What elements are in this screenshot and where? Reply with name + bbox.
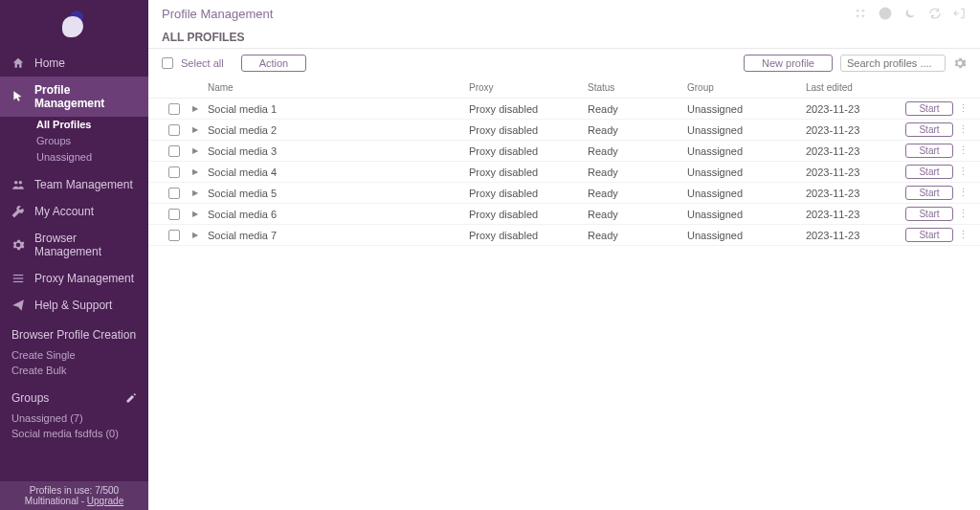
chevron-right-icon[interactable]: ▶ xyxy=(192,104,204,113)
row-checkbox[interactable] xyxy=(168,103,180,115)
select-all-checkbox[interactable] xyxy=(162,57,173,69)
more-icon[interactable]: ⋮ xyxy=(957,123,969,136)
chevron-right-icon[interactable]: ▶ xyxy=(192,146,204,155)
select-all-label[interactable]: Select all xyxy=(181,57,224,69)
col-group: Group xyxy=(687,82,802,93)
svg-rect-3 xyxy=(13,277,24,278)
more-icon[interactable]: ⋮ xyxy=(957,144,969,157)
more-icon[interactable]: ⋮ xyxy=(957,229,969,241)
col-name: Name xyxy=(208,82,465,93)
chevron-right-icon[interactable]: ▶ xyxy=(192,167,204,176)
sidebar-footer: Profiles in use: 7/500 Multinational - U… xyxy=(0,481,148,510)
svg-point-1 xyxy=(19,181,22,185)
wrench-icon xyxy=(11,205,25,218)
logout-icon[interactable] xyxy=(953,7,967,20)
row-checkbox[interactable] xyxy=(168,166,180,178)
topbar-icons xyxy=(854,7,967,20)
search-input[interactable] xyxy=(840,55,946,72)
moon-icon[interactable] xyxy=(903,7,917,20)
svg-rect-4 xyxy=(13,281,24,282)
refresh-icon[interactable] xyxy=(928,7,942,20)
sidebar-nav: Home Profile Management All Profiles Gro… xyxy=(0,50,148,481)
sidebar-sub-groups[interactable]: Groups xyxy=(0,133,148,149)
start-button[interactable]: Start xyxy=(905,144,953,158)
sidebar-groups-title-text: Groups xyxy=(11,391,49,405)
sidebar-item-browser-management[interactable]: Browser Management xyxy=(0,225,148,265)
cell-status: Ready xyxy=(588,124,683,136)
svg-point-0 xyxy=(14,181,17,185)
sidebar-sub-all-profiles[interactable]: All Profiles xyxy=(0,117,148,133)
cell-proxy: Proxy disabled xyxy=(469,124,584,136)
cell-group: Unassigned xyxy=(687,145,802,157)
sidebar-item-label: Browser Management xyxy=(34,232,137,258)
list-icon xyxy=(11,272,25,285)
cell-proxy: Proxy disabled xyxy=(469,166,584,178)
sidebar-group-socialmedia[interactable]: Social media fsdfds (0) xyxy=(11,426,137,441)
cell-proxy: Proxy disabled xyxy=(469,145,584,157)
start-button[interactable]: Start xyxy=(905,122,953,137)
action-button[interactable]: Action xyxy=(241,55,307,72)
sidebar-sub-unassigned[interactable]: Unassigned xyxy=(0,149,148,166)
sidebar-item-proxy-management[interactable]: Proxy Management xyxy=(0,265,148,292)
sidebar-group-unassigned[interactable]: Unassigned (7) xyxy=(11,410,137,426)
topbar: Profile Management xyxy=(148,0,980,27)
sidebar-item-label: Help & Support xyxy=(34,299,112,312)
chevron-right-icon[interactable]: ▶ xyxy=(192,188,204,197)
cell-group: Unassigned xyxy=(687,230,802,241)
new-profile-button[interactable]: New profile xyxy=(744,55,833,72)
table-row: ▶Social media 7Proxy disabledReadyUnassi… xyxy=(148,225,980,246)
start-button[interactable]: Start xyxy=(905,165,953,179)
row-checkbox[interactable] xyxy=(168,230,180,241)
cell-last-edited: 2023-11-23 xyxy=(806,230,902,241)
row-checkbox[interactable] xyxy=(168,209,180,220)
table-row: ▶Social media 3Proxy disabledReadyUnassi… xyxy=(148,141,980,162)
sidebar-item-home[interactable]: Home xyxy=(0,50,148,77)
upgrade-link[interactable]: Upgrade xyxy=(87,496,123,506)
row-checkbox[interactable] xyxy=(168,188,180,199)
row-checkbox[interactable] xyxy=(168,145,180,157)
cell-status: Ready xyxy=(588,166,683,178)
profiles-in-use: Profiles in use: 7/500 xyxy=(8,485,141,496)
sidebar-groups-section: Groups Unassigned (7) Social media fsdfd… xyxy=(0,382,148,445)
chevron-right-icon[interactable]: ▶ xyxy=(192,210,204,218)
sidebar-creation-section: Browser Profile Creation Create Single C… xyxy=(0,319,148,382)
cell-name: Social media 6 xyxy=(208,209,465,220)
page-title: Profile Management xyxy=(162,7,273,21)
sidebar-item-help-support[interactable]: Help & Support xyxy=(0,292,148,319)
more-icon[interactable]: ⋮ xyxy=(957,208,969,220)
cell-last-edited: 2023-11-23 xyxy=(806,145,902,157)
telegram-icon[interactable] xyxy=(879,7,892,20)
sidebar-groups-title: Groups xyxy=(11,391,137,405)
table-body: ▶Social media 1Proxy disabledReadyUnassi… xyxy=(148,99,980,246)
recycle-icon[interactable] xyxy=(854,7,867,20)
cell-last-edited: 2023-11-23 xyxy=(806,188,902,199)
cell-name: Social media 2 xyxy=(208,124,465,136)
more-icon[interactable]: ⋮ xyxy=(957,187,969,199)
start-button[interactable]: Start xyxy=(905,228,953,242)
cell-last-edited: 2023-11-23 xyxy=(806,166,902,178)
edit-icon[interactable] xyxy=(125,392,137,404)
chevron-right-icon[interactable]: ▶ xyxy=(192,125,204,134)
sidebar-link-create-bulk[interactable]: Create Bulk xyxy=(11,363,137,378)
start-button[interactable]: Start xyxy=(905,207,953,221)
sidebar-creation-title: Browser Profile Creation xyxy=(11,328,137,342)
cell-last-edited: 2023-11-23 xyxy=(806,124,902,136)
chevron-right-icon[interactable]: ▶ xyxy=(192,231,204,239)
cell-group: Unassigned xyxy=(687,103,802,115)
home-icon xyxy=(11,56,25,70)
cell-name: Social media 3 xyxy=(208,145,465,157)
col-status: Status xyxy=(588,82,683,93)
cell-status: Ready xyxy=(588,103,683,115)
more-icon[interactable]: ⋮ xyxy=(957,102,969,115)
row-checkbox[interactable] xyxy=(168,124,180,136)
cell-status: Ready xyxy=(588,230,683,241)
start-button[interactable]: Start xyxy=(905,101,953,116)
sidebar-item-my-account[interactable]: My Account xyxy=(0,198,148,225)
sidebar-item-profile-management[interactable]: Profile Management xyxy=(0,77,148,117)
sidebar-link-create-single[interactable]: Create Single xyxy=(11,347,137,363)
start-button[interactable]: Start xyxy=(905,186,953,200)
more-icon[interactable]: ⋮ xyxy=(957,166,969,178)
sidebar-item-team-management[interactable]: Team Management xyxy=(0,171,148,198)
settings-icon[interactable] xyxy=(953,56,967,70)
cell-group: Unassigned xyxy=(687,166,802,178)
